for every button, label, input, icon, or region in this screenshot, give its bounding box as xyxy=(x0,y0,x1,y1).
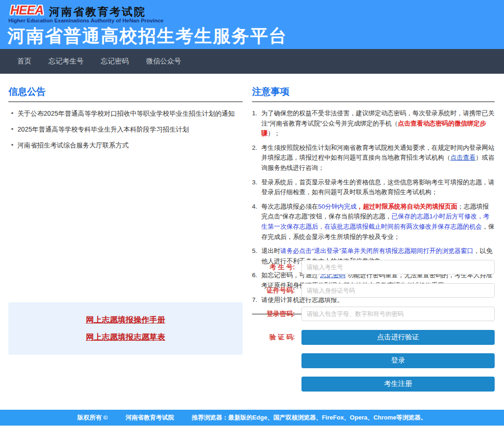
page: HEEA 河南省教育考试院 Higher Education Examinati… xyxy=(0,0,504,427)
footer-copyright: 版权所有 © xyxy=(77,413,108,422)
login-field-ctrl-2 xyxy=(301,307,495,321)
captcha-row: 验 证 码: 点击进行验证 xyxy=(252,330,495,344)
org-name-english: Higher Education Examinations Authority … xyxy=(8,18,163,23)
bullet-icon: • xyxy=(11,140,14,150)
note-number: 3. xyxy=(252,177,261,197)
logo-row: HEEA 河南省教育考试院 xyxy=(8,4,146,19)
bullet-icon: • xyxy=(11,125,14,134)
login-field-row-2: 登录密码: xyxy=(252,307,495,321)
notes-heading: 注意事项 xyxy=(252,85,495,102)
footer: 版权所有 © 河南省教育考试院 推荐浏览器：最新版的Edge、国产双核浏览器、F… xyxy=(0,410,504,426)
download-link-1[interactable]: 网上志愿填报志愿草表 xyxy=(86,332,165,343)
note-text: 登录系统后，首页显示登录考生的资格信息，这些信息将影响考生可填报的志愿，请登录后… xyxy=(261,177,495,197)
note-inline-text: 登录系统后，首页显示登录考生的资格信息，这些信息将影响考生可填报的志愿，请登录后… xyxy=(261,179,495,196)
page-title: 河南省普通高校招生考生服务平台 xyxy=(7,24,287,48)
org-name: 河南省教育考试院 xyxy=(49,5,146,19)
note-item-1: 1.为了确保您的权益不受非法侵害，建议绑定动态密码，每次登录系统时，请携带已关注… xyxy=(252,108,495,139)
note-inline-text: 退出时 xyxy=(261,247,280,254)
login-button-row: 登录 xyxy=(252,353,495,368)
note-inline-text: ）； xyxy=(268,130,280,137)
site-header: HEEA 河南省教育考试院 Higher Education Examinati… xyxy=(0,0,504,49)
announcement-link-2[interactable]: 河南省招生考试综合服务大厅联系方式 xyxy=(18,140,129,150)
login-input-2[interactable] xyxy=(301,307,495,321)
note-inline-text: 每次志愿填报必须在 xyxy=(261,203,318,210)
announcement-link-0[interactable]: 关于公布2025年普通高等学校对口招收中等职业学校毕业生招生计划的通知 xyxy=(18,109,235,119)
note-item-4: 4.每次志愿填报必须在50分钟内完成，超过时限系统将自动关闭填报页面；志愿填报完… xyxy=(252,202,495,242)
nav-item-2[interactable]: 忘记密码 xyxy=(101,57,129,66)
login-field-row-1: 证件号码: xyxy=(252,283,495,298)
announcement-item: •关于公布2025年普通高等学校对口招收中等职业学校毕业生招生计划的通知 xyxy=(8,109,243,119)
bullet-icon: • xyxy=(11,109,14,118)
login-field-label-2: 登录密码: xyxy=(252,310,295,318)
login-field-row-0: 考 生 号: xyxy=(252,260,495,274)
announcements-section: 信息公告 •关于公布2025年普通高等学校对口招收中等职业学校毕业生招生计划的通… xyxy=(8,85,243,156)
announcement-link-1[interactable]: 2025年普通高等学校专科毕业生升入本科阶段学习招生计划 xyxy=(18,125,189,134)
note-inline-text: 请务必点击“退出登录”菜单并关闭所有填报志愿期间打开的浏览器窗口 xyxy=(280,247,474,254)
login-field-label-1: 证件号码: xyxy=(252,287,295,295)
register-button-row: 考生注册 xyxy=(252,377,495,391)
announcement-item: •2025年普通高等学校专科毕业生升入本科阶段学习招生计划 xyxy=(8,125,243,134)
note-item-2: 2.考生须按照院校招生计划和河南省教育考试院相关通知要求，在规定时间内登录网站并… xyxy=(252,143,495,173)
footer-org: 河南省教育考试院 xyxy=(126,413,174,422)
download-links-box: 网上志愿填报操作手册网上志愿填报志愿草表 xyxy=(8,302,243,355)
announcements-list: •关于公布2025年普通高等学校对口招收中等职业学校毕业生招生计划的通知•202… xyxy=(8,109,243,150)
note-number: 1. xyxy=(252,108,261,139)
login-form: 考 生 号:证件号码:登录密码: 验 证 码: 点击进行验证 登录 考生注册 xyxy=(252,260,495,400)
note-inline-link[interactable]: 点击查看 xyxy=(450,154,476,161)
nav-item-0[interactable]: 首页 xyxy=(17,57,31,66)
heea-logo: HEEA xyxy=(8,4,45,17)
footer-browsers: 推荐浏览器：最新版的Edge、国产双核浏览器、FireFox、Opera、Chr… xyxy=(192,413,427,422)
note-text: 为了确保您的权益不受非法侵害，建议绑定动态密码，每次登录系统时，请携带已关注“河… xyxy=(261,108,495,139)
login-field-ctrl-1 xyxy=(301,283,495,298)
download-link-0[interactable]: 网上志愿填报操作手册 xyxy=(86,315,165,325)
note-number: 2. xyxy=(252,143,261,173)
login-button[interactable]: 登录 xyxy=(301,353,495,368)
announcement-item: •河南省招生考试综合服务大厅联系方式 xyxy=(8,140,243,150)
login-field-ctrl-0 xyxy=(301,260,495,274)
nav-item-3[interactable]: 微信公众号 xyxy=(146,57,181,66)
nav-item-1[interactable]: 忘记考生号 xyxy=(49,57,84,66)
note-inline-text: 50分钟内完成 xyxy=(318,203,357,210)
register-button[interactable]: 考生注册 xyxy=(301,377,495,392)
main-nav: 首页忘记考生号忘记密码微信公众号 xyxy=(0,49,504,74)
note-text: 每次志愿填报必须在50分钟内完成，超过时限系统将自动关闭填报页面；志愿填报完点击… xyxy=(261,202,495,242)
announcements-heading: 信息公告 xyxy=(8,85,243,102)
login-field-label-0: 考 生 号: xyxy=(252,263,295,272)
note-inline-text: ，超过时限系统将自动关闭填报页面 xyxy=(357,203,457,210)
captcha-label: 验 证 码: xyxy=(252,333,295,342)
login-input-1[interactable] xyxy=(301,283,495,298)
note-item-3: 3.登录系统后，首页显示登录考生的资格信息，这些信息将影响考生可填报的志愿，请登… xyxy=(252,177,495,197)
note-text: 考生须按照院校招生计划和河南省教育考试院相关通知要求，在规定时间内登录网站并填报… xyxy=(261,143,495,173)
note-number: 4. xyxy=(252,202,261,242)
captcha-verify-button[interactable]: 点击进行验证 xyxy=(301,330,495,345)
login-input-0[interactable] xyxy=(301,260,495,274)
